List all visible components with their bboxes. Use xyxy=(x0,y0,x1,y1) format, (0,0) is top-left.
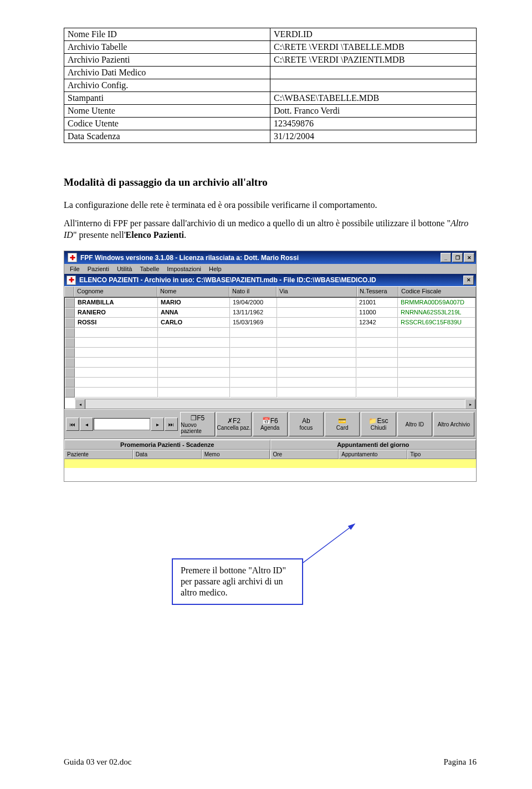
child-window-title: ELENCO PAZIENTI - Archivio in uso: C:\WB… xyxy=(79,276,376,284)
app-icon: ✚ xyxy=(68,253,77,262)
table-row[interactable] xyxy=(65,338,475,348)
cfg-label: Archivio Tabelle xyxy=(64,41,270,54)
col-cognome[interactable]: Cognome xyxy=(74,287,157,297)
cfg-value: 31/12/2004 xyxy=(270,130,477,143)
memo-right-body[interactable] xyxy=(270,459,477,481)
table-row[interactable] xyxy=(65,368,475,378)
nav-next-button[interactable]: ▸ xyxy=(151,418,164,431)
memo-col: Ore xyxy=(270,450,339,459)
cfg-value: C:\RETE \VERDI \TABELLE.MDB xyxy=(270,41,477,54)
nav-last-button[interactable]: ⏭ xyxy=(165,418,178,431)
section-heading: Modalità di passaggio da un archivio all… xyxy=(64,176,477,189)
table-row[interactable] xyxy=(65,348,475,358)
grid-body[interactable]: BRAMBILLAMARIO19/04/200021001BRMMRA00D59… xyxy=(64,297,476,409)
memo-section: Promemoria Pazienti - Scadenze PazienteD… xyxy=(64,439,476,481)
menu-help[interactable]: Help xyxy=(209,266,222,272)
scroll-right-icon[interactable]: ▸ xyxy=(465,399,475,409)
menu-utilità[interactable]: Utilità xyxy=(117,266,132,272)
memo-left-body[interactable] xyxy=(64,459,270,481)
toolbar: ⏮ ◂ ▸ ⏭ ❐F5Nuovo paziente ✗F2Cancella pa… xyxy=(64,409,476,439)
horizontal-scrollbar[interactable]: ◂ ▸ xyxy=(75,399,475,409)
window-title: FPF Windows versione 3.1.08 - Licenza ri… xyxy=(80,254,299,262)
memo-col: Memo xyxy=(202,450,270,459)
memo-col: Data xyxy=(133,450,202,459)
page-footer: Guida 03 ver 02.doc Pagina 16 xyxy=(64,757,477,767)
menu-tabelle[interactable]: Tabelle xyxy=(140,266,159,272)
scroll-left-icon[interactable]: ◂ xyxy=(75,399,85,409)
cfg-label: Stampanti xyxy=(64,92,270,105)
memo-col: Appuntamento xyxy=(339,450,407,459)
cfg-label: Archivio Pazienti xyxy=(64,54,270,67)
memo-col: Tipo xyxy=(407,450,476,459)
cfg-value xyxy=(270,79,477,92)
focus-button[interactable]: Abfocus xyxy=(289,412,324,436)
nav-first-button[interactable]: ⏮ xyxy=(66,418,79,431)
application-window: ✚ FPF Windows versione 3.1.08 - Licenza … xyxy=(64,251,477,482)
menu-file[interactable]: File xyxy=(70,266,80,272)
callout-box: Premere il bottone "Altro ID" per passar… xyxy=(172,558,303,605)
nav-search-field[interactable] xyxy=(94,418,150,430)
maximize-button[interactable]: ❐ xyxy=(452,253,463,262)
col-tessera[interactable]: N.Tessera xyxy=(357,287,398,297)
paragraph-2: All'interno di FPF per passare dall'arch… xyxy=(64,218,477,241)
table-row[interactable] xyxy=(65,378,475,388)
config-table: Nome File IDVERDI.IDArchivio TabelleC:\R… xyxy=(64,28,477,143)
table-row[interactable] xyxy=(65,358,475,368)
nuovo-paziente-button[interactable]: ❐F5Nuovo paziente xyxy=(180,412,215,436)
table-row[interactable] xyxy=(65,388,475,398)
chiudi-button[interactable]: 📁EscChiudi xyxy=(361,412,396,436)
cfg-value: Dott. Franco Verdi xyxy=(270,105,477,118)
cfg-value: C:\RETE \VERDI \PAZIENTI.MDB xyxy=(270,54,477,67)
col-via[interactable]: Via xyxy=(277,287,357,297)
memo-right-title: Appuntamenti del giorno xyxy=(270,440,477,450)
close-button[interactable]: ✕ xyxy=(464,253,474,262)
col-cf[interactable]: Codice Fiscale xyxy=(398,287,476,297)
cfg-label: Archivio Dati Medico xyxy=(64,67,270,79)
memo-col: Paziente xyxy=(64,450,133,459)
table-row[interactable] xyxy=(65,328,475,338)
cfg-label: Codice Utente xyxy=(64,118,270,130)
footer-right: Pagina 16 xyxy=(443,757,477,767)
cfg-value: VERDI.ID xyxy=(270,28,477,41)
col-nato[interactable]: Nato il xyxy=(229,287,277,297)
titlebar: ✚ FPF Windows versione 3.1.08 - Licenza … xyxy=(64,251,476,264)
grid-header: Cognome Nome Nato il Via N.Tessera Codic… xyxy=(64,286,476,297)
altro-archivio-button[interactable]: Altro Archivio xyxy=(433,412,474,436)
child-close-button[interactable]: ✕ xyxy=(463,276,474,285)
child-window-titlebar: ✚ ELENCO PAZIENTI - Archivio in uso: C:\… xyxy=(64,274,476,286)
cfg-value: C:\WBASE\TABELLE.MDB xyxy=(270,92,477,105)
table-row[interactable]: BRAMBILLAMARIO19/04/200021001BRMMRA00D59… xyxy=(65,298,475,308)
cfg-label: Data Scadenza xyxy=(64,130,270,143)
cfg-label: Nome File ID xyxy=(64,28,270,41)
footer-left: Guida 03 ver 02.doc xyxy=(64,757,131,767)
paragraph-1: La configurazione delle rete è terminata… xyxy=(64,200,477,211)
nav-prev-button[interactable]: ◂ xyxy=(80,418,93,431)
table-row[interactable]: ROSSICARLO15/03/196912342RSSCRL69C15F839… xyxy=(65,318,475,328)
child-icon: ✚ xyxy=(66,276,76,285)
menubar: FilePazientiUtilitàTabelleImpostazioniHe… xyxy=(64,264,476,274)
cfg-value xyxy=(270,67,477,79)
cfg-value: 123459876 xyxy=(270,118,477,130)
menu-impostazioni[interactable]: Impostazioni xyxy=(167,266,201,272)
cfg-label: Nome Utente xyxy=(64,105,270,118)
card-button[interactable]: 💳Card xyxy=(325,412,360,436)
agenda-button[interactable]: 📅F6Agenda xyxy=(253,412,288,436)
cfg-label: Archivio Config. xyxy=(64,79,270,92)
altro-id-button[interactable]: Altro ID xyxy=(397,412,432,436)
minimize-button[interactable]: _ xyxy=(441,253,451,262)
memo-left-title: Promemoria Pazienti - Scadenze xyxy=(64,440,270,450)
menu-pazienti[interactable]: Pazienti xyxy=(88,266,109,272)
table-row[interactable]: RANIEROANNA13/11/196211000RNRNNA62S53L21… xyxy=(65,308,475,318)
col-nome[interactable]: Nome xyxy=(157,287,229,297)
record-navigator: ⏮ ◂ ▸ ⏭ xyxy=(66,412,178,436)
cancella-paziente-button[interactable]: ✗F2Cancella paz. xyxy=(216,412,251,436)
